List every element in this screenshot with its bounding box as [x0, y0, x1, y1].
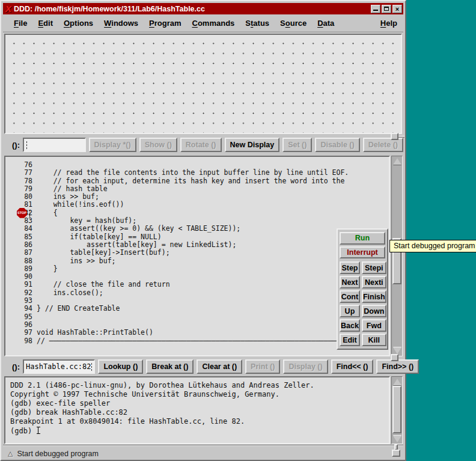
minimize-button[interactable] — [371, 5, 380, 13]
window-title: DDD: /home/fiskjm/Homework/311/Lab6/Hash… — [14, 5, 370, 13]
menu-source[interactable]: Source — [280, 19, 307, 28]
status-triangle-icon: △ — [8, 450, 13, 457]
source-line-78[interactable]: 78 // for each input, determine its hash… — [5, 177, 389, 185]
source-arg-label: (): — [12, 362, 20, 371]
source-line-82[interactable]: 82 { — [5, 209, 389, 217]
menu-options[interactable]: Options — [64, 19, 93, 28]
source-line-94[interactable]: 94} // END CreateTable — [5, 305, 389, 313]
title-bar[interactable]: X DDD: /home/fiskjm/Homework/311/Lab6/Ha… — [3, 3, 403, 14]
display-arg-input[interactable] — [23, 138, 86, 152]
stepi-button[interactable]: Stepi — [362, 261, 386, 274]
source-line-92[interactable]: 92 ins.close(); — [5, 289, 389, 297]
interrupt-button[interactable]: Interrupt — [340, 246, 385, 259]
finish-button[interactable]: Finish — [362, 290, 386, 303]
cont-button[interactable]: Cont — [340, 290, 360, 303]
source-scroll-down-button[interactable] — [392, 346, 401, 355]
ddd-app-icon: X — [5, 5, 11, 13]
source-line-93[interactable]: 93 — [5, 297, 389, 305]
menu-edit[interactable]: Edit — [38, 19, 53, 28]
line-number: 84 — [5, 225, 37, 233]
find-button[interactable]: Find<< () — [331, 359, 374, 374]
console-scrollbar[interactable] — [391, 376, 403, 444]
run-button[interactable]: Run — [340, 232, 385, 245]
tooltip: Start debugged program — [389, 240, 476, 252]
source-line-84[interactable]: 84 assert((key >= 0) && (key < TABLE_SIZ… — [5, 225, 389, 233]
desktop: X DDD: /home/fiskjm/Homework/311/Lab6/Ha… — [0, 0, 476, 461]
line-number: 87 — [5, 249, 37, 257]
source-line-95[interactable]: 95 — [5, 313, 389, 321]
console-line: Breakpoint 1 at 0x8049014: file HashTabl… — [10, 417, 384, 426]
source-line-98[interactable]: 98// ───────────────────────────────────… — [5, 337, 389, 345]
line-number: 80 — [5, 193, 37, 201]
down-button[interactable]: Down — [362, 305, 386, 317]
edit-button[interactable]: Edit — [340, 334, 360, 346]
line-number: 81 — [5, 201, 37, 209]
line-number: 94 — [5, 305, 37, 313]
console-scroll-up-button[interactable] — [392, 377, 401, 386]
source-line-83[interactable]: 83 key = hash(buf); — [5, 217, 389, 225]
console-scroll-thumb[interactable] — [392, 386, 401, 433]
source-line-96[interactable]: 96 — [5, 321, 389, 329]
source-view[interactable]: 7677 // read the file contents into the … — [4, 156, 390, 356]
arrow-down-icon — [393, 436, 401, 442]
step-button[interactable]: Step — [340, 261, 360, 274]
console-line: (gdb) exec-file speller — [10, 399, 384, 408]
source-line-86[interactable]: 86 assert(table[key] = new LinkedList); — [5, 241, 389, 249]
line-number: 83 — [5, 217, 37, 225]
source-line-85[interactable]: 85 if(table[key] == NULL) — [5, 233, 389, 241]
menu-file[interactable]: File — [14, 19, 27, 28]
line-number: 90 — [5, 273, 37, 281]
new-display-button[interactable]: New Display — [225, 138, 280, 152]
source-arg-input[interactable]: HashTable.cc:82 — [23, 359, 95, 374]
next-button[interactable]: Next — [340, 276, 360, 289]
menu-data[interactable]: Data — [317, 19, 334, 28]
break-at-button[interactable]: Break at () — [146, 359, 194, 374]
source-line-77[interactable]: 77 // read the file contents into the in… — [5, 169, 389, 177]
source-scroll-up-button[interactable] — [392, 157, 401, 165]
kill-button[interactable]: Kill — [362, 334, 386, 346]
command-tool-panel: Run Interrupt StepStepiNextNextiContFini… — [337, 228, 388, 350]
display--button: Display *() — [89, 138, 136, 152]
gdb-cursor — [38, 427, 41, 434]
nexti-button[interactable]: Nexti — [362, 276, 386, 289]
source-line-91[interactable]: 91 // close the file and return — [5, 281, 389, 289]
source-line-81[interactable]: 81 while(!ins.eof()) — [5, 201, 389, 209]
console-scroll-down-button[interactable] — [392, 435, 401, 443]
source-scrollbar[interactable] — [391, 156, 403, 356]
menu-program[interactable]: Program — [149, 19, 181, 28]
line-number: 97 — [5, 329, 37, 337]
source-line-90[interactable]: 90 — [5, 273, 389, 281]
source-line-97[interactable]: 97void HashTable::PrintTable() — [5, 329, 389, 337]
source-line-88[interactable]: 88 ins >> buf; — [5, 257, 389, 265]
close-button[interactable]: × — [392, 5, 402, 13]
source-line-87[interactable]: 87 table[key]->Insert(buf); — [5, 249, 389, 257]
source-line-79[interactable]: 79 // hash table — [5, 185, 389, 193]
menu-help[interactable]: Help — [380, 19, 397, 28]
command-tool-grid: StepStepiNextNextiContFinishUpDownBackFw… — [340, 261, 385, 346]
data-display-canvas[interactable] — [4, 34, 402, 134]
pane-sash-canvas[interactable] — [391, 133, 398, 140]
maximize-button[interactable] — [382, 5, 391, 13]
console-line: (gdb) — [10, 426, 384, 436]
gdb-console[interactable]: DDD 2.1 (i486-pc-linux-gnu), by Dorothea… — [4, 376, 390, 444]
source-line-80[interactable]: 80 ins >> buf; — [5, 193, 389, 201]
up-button[interactable]: Up — [340, 305, 360, 317]
pane-sash-source[interactable] — [391, 354, 398, 361]
text-caret — [26, 141, 27, 149]
source-toolbar: (): HashTable.cc:82 Lookup ()Break at ()… — [3, 357, 403, 376]
lookup-button[interactable]: Lookup () — [98, 359, 143, 374]
menu-commands[interactable]: Commands — [192, 19, 235, 28]
clear-at-button[interactable]: Clear at () — [197, 359, 242, 374]
status-message: Start debugged program — [17, 450, 99, 458]
source-line-89[interactable]: 89 } — [5, 265, 389, 273]
resize-grip[interactable] — [392, 444, 400, 457]
menu-windows[interactable]: Windows — [104, 19, 138, 28]
source-line-76[interactable]: 76 — [5, 161, 389, 169]
line-number: 78 — [5, 177, 37, 185]
menu-status[interactable]: Status — [245, 19, 269, 28]
arrow-up-icon — [393, 379, 401, 385]
back-button[interactable]: Back — [340, 319, 360, 332]
line-number: 77 — [5, 169, 37, 177]
fwd-button[interactable]: Fwd — [362, 319, 386, 332]
find-button[interactable]: Find>> () — [376, 359, 419, 374]
